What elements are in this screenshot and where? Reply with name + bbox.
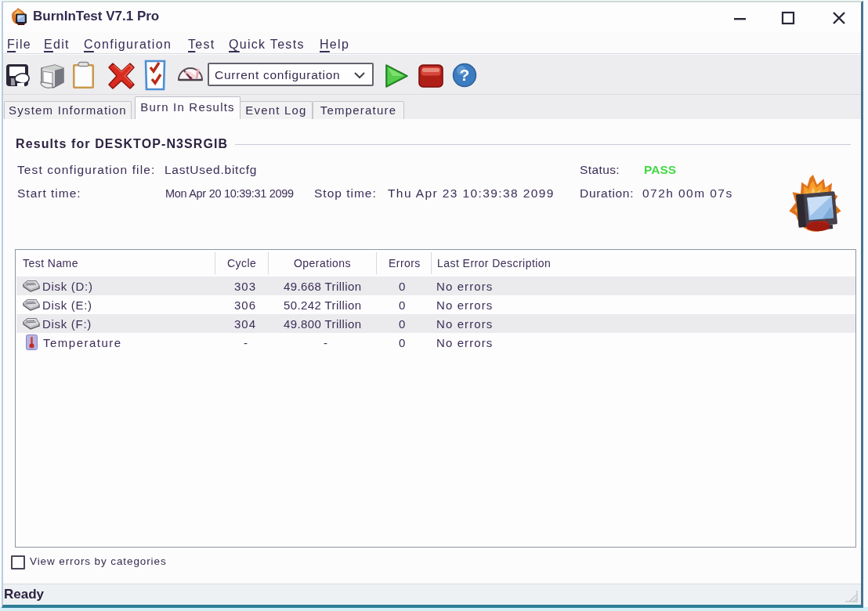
svg-text:?: ?: [460, 66, 470, 84]
